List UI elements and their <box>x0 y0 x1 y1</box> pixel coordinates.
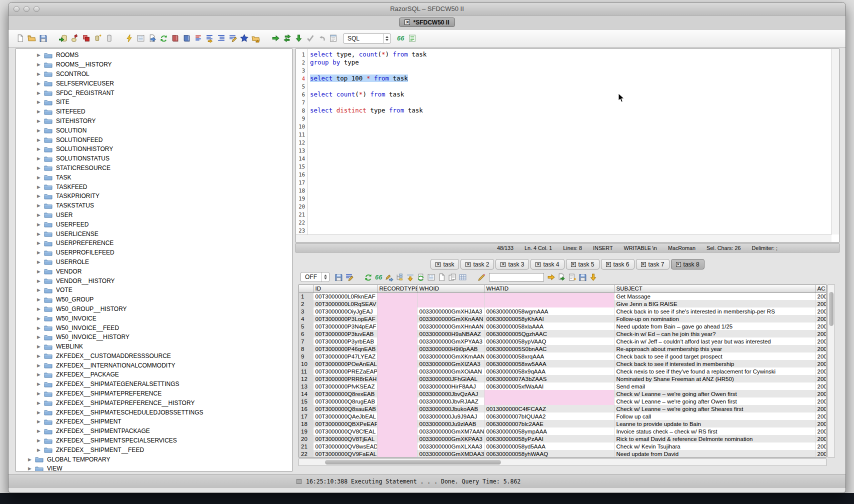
expander-icon[interactable]: ▶ <box>37 400 44 406</box>
table-cell[interactable]: 200 <box>815 300 826 308</box>
table-row[interactable]: 1000T3000000POeAnEAL0033000000GmXIZAA300… <box>299 360 826 368</box>
sidebar-item-zkfedex-shipmatepreference[interactable]: ▶ZKFEDEX__SHIPMATEPREFERENCE <box>16 389 292 398</box>
highlight-icon[interactable] <box>476 272 487 282</box>
sidebar-item-zkfedex-shipment[interactable]: ▶ZKFEDEX__SHIPMENT <box>16 417 292 426</box>
database-tree-panel[interactable]: ▶ROOMS▶ROOMS__HISTORY▶SCONTROL▶SELFSERVI… <box>16 48 292 472</box>
table-cell[interactable]: 00T3000000P3tuvEAB <box>313 330 377 338</box>
sidebar-item-task[interactable]: ▶TASK <box>16 172 292 182</box>
sidebar-item-w50-group-history[interactable]: ▶W50_GROUP__HISTORY <box>16 304 292 314</box>
edit-query-icon[interactable] <box>344 272 354 282</box>
open-file-icon[interactable] <box>26 33 38 44</box>
editor-horizontal-scrollbar[interactable] <box>296 234 832 242</box>
table-cell[interactable]: Need update from David <box>614 450 815 458</box>
execute-forward-icon[interactable] <box>270 33 282 44</box>
book-blue-icon[interactable] <box>181 33 192 44</box>
expander-icon[interactable]: ▶ <box>28 466 35 471</box>
table-cell[interactable]: 0033000000GmXHJAA3 <box>417 308 484 315</box>
table-cell[interactable] <box>377 382 417 390</box>
table-cell[interactable]: 200 <box>815 428 826 435</box>
table-cell[interactable]: Check w/ Kevin Tsujihara <box>614 442 815 450</box>
results-search-input[interactable] <box>489 273 544 282</box>
column-header-ac[interactable]: AC <box>815 285 826 292</box>
expander-icon[interactable]: ▶ <box>37 62 44 67</box>
table-cell[interactable]: Follow up call <box>614 412 815 420</box>
table-cell[interactable]: 00T3000000P47LYEAZ <box>313 352 377 360</box>
table-row[interactable]: 1600T3000000Q8sauEAB0033000000JbukoAAB00… <box>299 405 826 412</box>
row-number-header[interactable] <box>299 285 313 292</box>
tab-close-icon[interactable]: ✕ <box>606 262 611 267</box>
table-cell[interactable] <box>377 322 417 330</box>
fetch-down-icon[interactable] <box>293 33 304 44</box>
table-row[interactable]: 400T3000000P3LopEAF0033000000GmXKnAAN006… <box>299 315 826 322</box>
expander-icon[interactable]: ▶ <box>37 250 44 255</box>
table-cell[interactable]: 200 <box>815 405 826 412</box>
expander-icon[interactable]: ▶ <box>37 166 44 170</box>
table-cell[interactable] <box>377 352 417 360</box>
table-cell[interactable] <box>484 292 614 300</box>
table-row[interactable]: 1500T3000000Q8rugEAB0033000000JbvRJAAZCh… <box>299 398 826 405</box>
sql-editor[interactable]: 1234567891011121314151617181920212223 se… <box>296 48 840 242</box>
table-row[interactable]: 300T3000000OiyJgEAJ0033000000GmXHJAA3006… <box>299 308 826 315</box>
table-cell[interactable]: Check-in w/ Jeff – couldn't afford last … <box>614 338 815 345</box>
table-cell[interactable]: 200 <box>815 308 826 315</box>
table-cell[interactable] <box>377 390 417 398</box>
table-cell[interactable] <box>377 428 417 435</box>
table-row[interactable]: 700T3000000P3yrbEAB0033000000GmXPYAA3006… <box>299 338 826 345</box>
rollback-undo-icon[interactable] <box>316 33 328 44</box>
table-cell[interactable]: Check w/ Leanne – we're going after Shea… <box>614 405 815 412</box>
table-cell[interactable]: Check back to see if interested in membe… <box>614 360 815 368</box>
expander-icon[interactable]: ▶ <box>37 334 44 340</box>
table-cell[interactable]: 0033000000GmXMDAA3 <box>417 450 484 458</box>
table-cell[interactable]: 00T3000000P3LopEAF <box>313 315 377 322</box>
expander-icon[interactable]: ▶ <box>28 457 35 462</box>
indent-lines-icon[interactable] <box>216 33 227 44</box>
result-tab-task-7[interactable]: ✕task 7 <box>636 259 670 270</box>
expander-icon[interactable]: ▶ <box>37 269 44 274</box>
expander-icon[interactable]: ▶ <box>37 344 44 349</box>
table-cell[interactable] <box>377 398 417 405</box>
result-tab-task-2[interactable]: ✕task 2 <box>460 259 494 270</box>
grid-horizontal-scrollbar[interactable] <box>298 458 826 466</box>
sidebar-item-taskstatus[interactable]: ▶TASKSTATUS <box>16 201 292 210</box>
table-cell[interactable]: Follow-up on nomination <box>614 315 815 322</box>
expander-icon[interactable]: ▶ <box>37 354 44 358</box>
sidebar-item-vote[interactable]: ▶VOTE <box>16 286 292 295</box>
table-cell[interactable]: 0033000000GmXIZAA3 <box>417 360 484 368</box>
table-row[interactable]: 1300T3000000PfvKSEAZ0033000000HirF8AAJ00… <box>299 382 826 390</box>
expander-icon[interactable]: ▶ <box>37 260 44 264</box>
table-cell[interactable]: 00T3000000QBXPeEAP <box>313 420 377 428</box>
table-cell[interactable] <box>377 405 417 412</box>
execute-query-icon[interactable] <box>124 33 135 44</box>
table-cell[interactable] <box>377 360 417 368</box>
table-cell[interactable]: 0033000000GmXM7AAN <box>417 428 484 435</box>
table-cell[interactable]: 006300000058yKhAAI <box>484 315 614 322</box>
table-row[interactable]: 1400T3000000Q8rexEAB0033000000JbvQzAAJCh… <box>299 390 826 398</box>
sidebar-item-view[interactable]: ▶VIEW <box>16 464 292 472</box>
expander-icon[interactable]: ▶ <box>37 203 44 208</box>
sidebar-item-weblink[interactable]: ▶WEBLINK <box>16 342 292 352</box>
copy-table-icon[interactable] <box>458 272 468 282</box>
table-cell[interactable] <box>377 345 417 352</box>
table-cell[interactable]: 0033000000JFhGlAAL <box>417 375 484 382</box>
favorites-star-icon[interactable] <box>238 33 250 44</box>
stepper-icon[interactable] <box>383 34 390 43</box>
column-header-recordtypeid[interactable]: RECORDTYPEID <box>377 285 417 292</box>
table-cell[interactable] <box>377 435 417 442</box>
scrollbar-thumb[interactable] <box>325 460 501 464</box>
sidebar-item-w50-group[interactable]: ▶W50_GROUP <box>16 295 292 304</box>
table-row[interactable]: 500T3000000P3N4pEAF0033000000GmXHnAAN006… <box>299 322 826 330</box>
refresh-icon[interactable] <box>158 33 170 44</box>
table-cell[interactable]: 200 <box>815 375 826 382</box>
table-cell[interactable]: 0033000000GmXOiAAN <box>417 368 484 375</box>
table-cell[interactable]: 0033000000GmXHnAAN <box>417 322 484 330</box>
table-cell[interactable]: 200 <box>815 450 826 458</box>
expander-icon[interactable]: ▶ <box>37 391 44 396</box>
table-cell[interactable]: 006300000058ympAAA <box>484 428 614 435</box>
table-cell[interactable]: Send email <box>614 382 815 390</box>
sql-code-area[interactable]: select type, count(*) from taskgroup by … <box>308 49 832 234</box>
describe-table-icon[interactable] <box>135 33 146 44</box>
tab-close-icon[interactable]: ✕ <box>466 262 470 267</box>
table-cell[interactable]: 0033000000H9aNBAAZ <box>417 330 484 338</box>
table-cell[interactable]: 200 <box>815 315 826 322</box>
sidebar-item-staticresource[interactable]: ▶STATICRESOURCE <box>16 164 292 173</box>
